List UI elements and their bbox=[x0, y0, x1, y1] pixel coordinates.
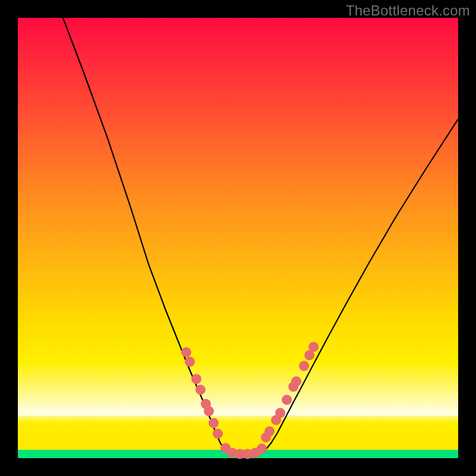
data-dot bbox=[265, 427, 275, 437]
bottleneck-curve-layer bbox=[18, 18, 458, 458]
data-dot bbox=[292, 377, 302, 387]
data-dot bbox=[257, 444, 267, 454]
chart-frame: TheBottleneck.com bbox=[0, 0, 476, 476]
data-dot bbox=[209, 418, 219, 428]
data-dot bbox=[213, 429, 223, 439]
watermark-text: TheBottleneck.com bbox=[346, 2, 470, 19]
data-dot bbox=[309, 342, 319, 352]
data-dot bbox=[196, 385, 206, 395]
data-dot bbox=[185, 357, 195, 367]
data-dot bbox=[192, 374, 202, 384]
data-dot bbox=[299, 361, 309, 371]
data-dot bbox=[181, 347, 192, 358]
plot-area bbox=[18, 18, 458, 458]
bottleneck-curve bbox=[61, 12, 458, 455]
data-dot bbox=[204, 406, 214, 416]
data-dot bbox=[282, 395, 292, 405]
data-dots bbox=[181, 342, 319, 459]
data-dot bbox=[275, 408, 286, 418]
